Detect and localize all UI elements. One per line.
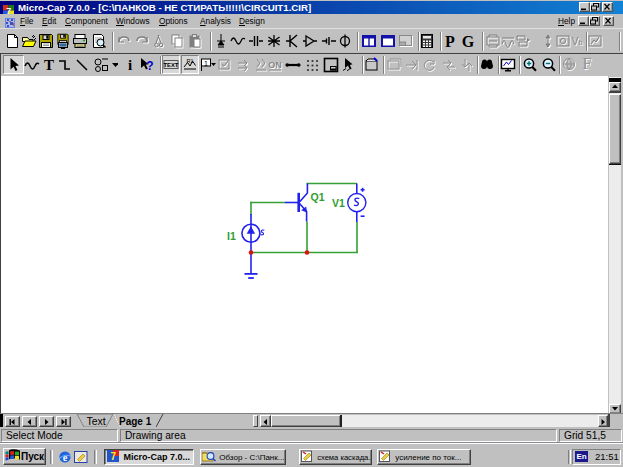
svg-text:i: i — [127, 57, 131, 73]
svg-text:G: G — [462, 33, 475, 50]
svg-text:P: P — [445, 33, 455, 50]
svg-text:Text: Text — [87, 415, 106, 427]
svg-text:ON: ON — [268, 60, 282, 70]
svg-text:TEXT: TEXT — [164, 62, 179, 68]
svg-text:T: T — [43, 57, 53, 73]
svg-text:?: ? — [146, 59, 153, 73]
svg-text:F: F — [582, 55, 591, 72]
svg-text:1: 1 — [204, 60, 208, 67]
svg-text:Q1: Q1 — [311, 191, 325, 203]
svg-text:Page 1: Page 1 — [119, 416, 152, 427]
svg-text:V1: V1 — [332, 197, 345, 209]
svg-text:Vb: Vb — [572, 36, 583, 47]
svg-text:I1: I1 — [227, 230, 236, 242]
svg-text:7: 7 — [110, 451, 116, 462]
svg-text:e: e — [63, 452, 68, 463]
